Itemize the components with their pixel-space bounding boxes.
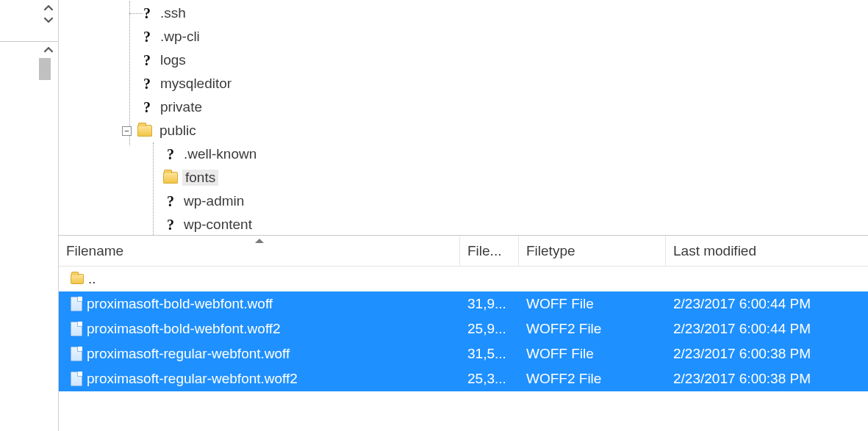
tree-item-logs[interactable]: ? logs <box>140 48 868 72</box>
directory-tree-pane[interactable]: ? .ssh ? .wp-cli ? logs ? mysqleditor ? <box>59 0 868 235</box>
question-icon: ? <box>140 52 154 68</box>
file-size: 25,9... <box>460 321 519 337</box>
file-list-pane: Filename File... Filetype Last modified … <box>59 235 868 431</box>
file-name: proximasoft-bold-webfont.woff2 <box>87 321 281 337</box>
tree-item-wp-cli[interactable]: ? .wp-cli <box>140 25 868 48</box>
file-manager-window: ? .ssh ? .wp-cli ? logs ? mysqleditor ? <box>0 0 868 431</box>
parent-dir-row[interactable]: .. <box>59 267 868 291</box>
tree-item-wp-admin[interactable]: ? wp-admin <box>163 189 868 213</box>
file-size: 31,9... <box>460 296 519 312</box>
file-type: WOFF2 File <box>519 371 666 387</box>
file-name: proximasoft-regular-webfont.woff <box>87 346 290 362</box>
chevron-up-icon[interactable] <box>43 3 54 13</box>
tree-item-well-known[interactable]: ? .well-known <box>163 142 868 166</box>
gutter-scroll <box>0 42 58 80</box>
file-icon <box>71 347 82 361</box>
header-lastmodified[interactable]: Last modified <box>666 236 868 266</box>
question-icon: ? <box>140 29 154 45</box>
tree-item-label: mysqleditor <box>157 76 232 92</box>
header-filesize[interactable]: File... <box>460 236 519 266</box>
tree-item-wp-content[interactable]: ? wp-content <box>163 213 868 235</box>
tree-guide <box>129 13 143 14</box>
file-row[interactable]: proximasoft-regular-webfont.woff2 25,3..… <box>59 366 868 391</box>
tree-guide <box>153 142 154 235</box>
scrollbar-thumb[interactable] <box>39 58 51 80</box>
file-icon <box>71 297 82 311</box>
question-icon: ? <box>163 193 178 209</box>
question-icon: ? <box>163 146 178 162</box>
file-row[interactable]: proximasoft-bold-webfont.woff 31,9... WO… <box>59 291 868 316</box>
directory-tree: ? .ssh ? .wp-cli ? logs ? mysqleditor ? <box>59 1 868 235</box>
file-modified: 2/23/2017 6:00:38 PM <box>666 346 868 362</box>
file-type: WOFF File <box>519 296 666 312</box>
chevron-up-icon[interactable] <box>43 45 54 55</box>
tree-item-fonts[interactable]: fonts <box>163 166 868 189</box>
parent-dir-label: .. <box>88 271 96 287</box>
question-icon: ? <box>140 99 154 115</box>
file-modified: 2/23/2017 6:00:44 PM <box>666 321 868 337</box>
tree-item-private[interactable]: ? private <box>140 95 868 119</box>
file-name: proximasoft-bold-webfont.woff <box>87 296 273 312</box>
folder-icon <box>137 125 152 137</box>
file-icon <box>71 372 82 386</box>
tree-item-label: .well-known <box>181 146 257 162</box>
tree-item-label: private <box>157 99 202 115</box>
tree-item-ssh[interactable]: ? .ssh <box>140 1 868 25</box>
file-name: proximasoft-regular-webfont.woff2 <box>87 371 298 387</box>
folder-icon <box>163 172 178 184</box>
column-headers: Filename File... Filetype Last modified <box>59 236 868 267</box>
file-icon <box>71 322 82 336</box>
tree-item-mysqleditor[interactable]: ? mysqleditor <box>140 72 868 95</box>
left-gutter <box>0 0 59 431</box>
header-filetype[interactable]: Filetype <box>519 236 666 266</box>
chevron-down-icon[interactable] <box>43 15 54 25</box>
question-icon: ? <box>163 217 178 233</box>
file-row[interactable]: proximasoft-bold-webfont.woff2 25,9... W… <box>59 316 868 341</box>
header-filename[interactable]: Filename <box>59 236 460 266</box>
tree-item-label: .wp-cli <box>157 29 200 45</box>
tree-item-label: wp-content <box>181 217 252 233</box>
collapse-toggle[interactable]: − <box>122 126 132 136</box>
question-icon: ? <box>140 76 154 92</box>
file-size: 31,5... <box>460 346 519 362</box>
main-panes: ? .ssh ? .wp-cli ? logs ? mysqleditor ? <box>59 0 868 431</box>
folder-icon <box>71 274 84 284</box>
file-rows: .. proximasoft-bold-webfont.woff 31,9...… <box>59 267 868 391</box>
file-row[interactable]: proximasoft-regular-webfont.woff 31,5...… <box>59 341 868 366</box>
tree-item-public[interactable]: − public <box>122 119 868 142</box>
file-type: WOFF File <box>519 346 666 362</box>
gutter-nav <box>0 0 58 40</box>
tree-item-label: logs <box>157 52 186 68</box>
file-modified: 2/23/2017 6:00:44 PM <box>666 296 868 312</box>
file-type: WOFF2 File <box>519 321 666 337</box>
file-size: 25,3... <box>460 371 519 387</box>
tree-item-label: fonts <box>182 170 218 186</box>
tree-item-label: wp-admin <box>181 193 244 209</box>
tree-item-label: .ssh <box>157 5 186 21</box>
tree-item-label: public <box>157 123 196 139</box>
file-modified: 2/23/2017 6:00:38 PM <box>666 371 868 387</box>
